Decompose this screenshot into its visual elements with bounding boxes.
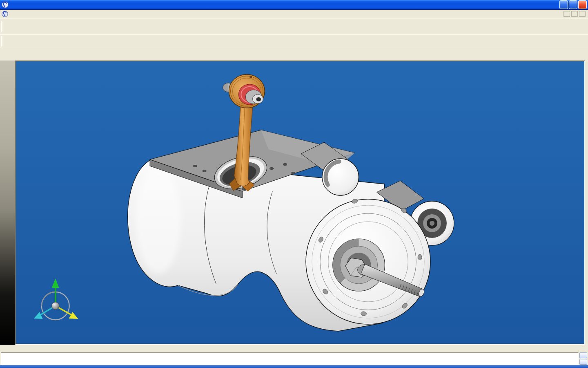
toolbar-grip[interactable] xyxy=(1,36,3,47)
restore-button[interactable] xyxy=(569,0,577,9)
command-area xyxy=(0,352,588,365)
3d-scene xyxy=(16,61,584,344)
topsolid-logo-icon xyxy=(2,1,9,8)
3d-viewport[interactable] xyxy=(15,61,585,345)
minimize-button[interactable] xyxy=(559,0,568,9)
status-bar xyxy=(0,345,588,352)
prompt-bar xyxy=(0,48,588,61)
toolbar-grip[interactable] xyxy=(1,21,3,32)
mdi-controls xyxy=(564,11,587,17)
topsolid-window xyxy=(0,0,588,368)
close-button[interactable] xyxy=(578,0,587,9)
document-logo-icon xyxy=(2,11,8,17)
mode-sidebar xyxy=(0,61,15,345)
mdi-minimize-button[interactable] xyxy=(564,11,570,17)
scroll-down-icon[interactable] xyxy=(579,359,587,365)
command-input[interactable] xyxy=(1,352,579,365)
mdi-close-button[interactable] xyxy=(579,11,586,17)
main-area xyxy=(0,61,588,345)
scroll-up-icon[interactable] xyxy=(579,352,587,358)
menu-bar xyxy=(0,10,588,18)
mdi-restore-button[interactable] xyxy=(571,11,578,17)
toolbar-profile xyxy=(0,34,588,48)
command-scrollbar xyxy=(579,352,587,365)
title-bar[interactable] xyxy=(0,0,588,10)
window-bottom-edge xyxy=(0,365,588,368)
toolbar-main xyxy=(0,18,588,34)
